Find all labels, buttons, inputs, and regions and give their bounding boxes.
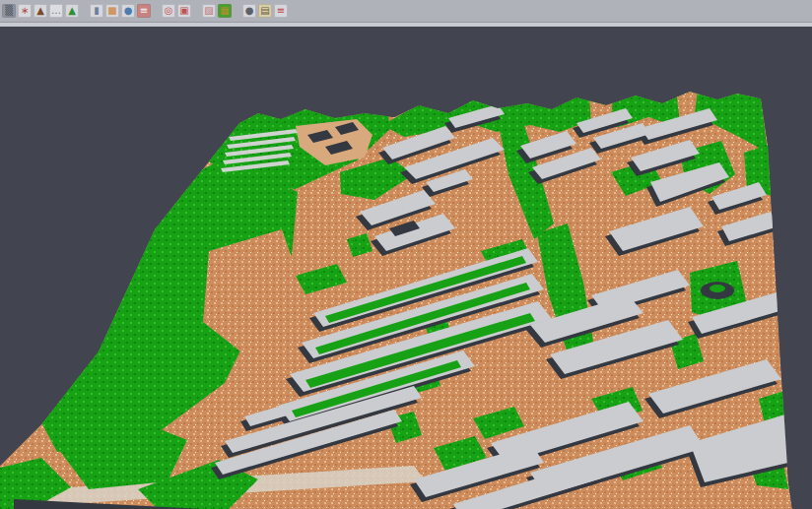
orthophoto-icon[interactable]: ■ xyxy=(105,4,119,18)
globe-icon[interactable]: ● xyxy=(121,4,135,18)
hedge-inner xyxy=(710,285,725,292)
point-cloud-scene xyxy=(0,27,812,509)
map-sheet-icon[interactable]: ▤ xyxy=(258,4,272,18)
extents-icon[interactable]: ▣ xyxy=(177,4,191,18)
red-list-icon[interactable]: ≡ xyxy=(137,4,151,18)
texture-icon[interactable]: ▨ xyxy=(202,4,216,18)
align-pairs-icon[interactable]: ∗ xyxy=(18,4,32,18)
viewport-3d[interactable] xyxy=(0,27,812,509)
section-slice-icon[interactable]: ▮ xyxy=(90,4,103,18)
profile-lines-icon[interactable]: ≡ xyxy=(274,4,288,18)
vegetation-icon[interactable]: ▲ xyxy=(65,4,79,18)
sparse-points-icon[interactable]: … xyxy=(49,4,63,18)
toolbar: ▒∗▲…▲▮■●≡◎▣▨▦●▤≡ xyxy=(0,0,812,22)
terrain-icon[interactable]: ▲ xyxy=(34,4,47,18)
classification-palette-icon[interactable]: ▦ xyxy=(218,4,232,18)
point-cloud-icon[interactable]: ▒ xyxy=(2,4,16,18)
mesh-icon[interactable]: ● xyxy=(242,4,256,18)
ring-select-icon[interactable]: ◎ xyxy=(162,4,175,18)
